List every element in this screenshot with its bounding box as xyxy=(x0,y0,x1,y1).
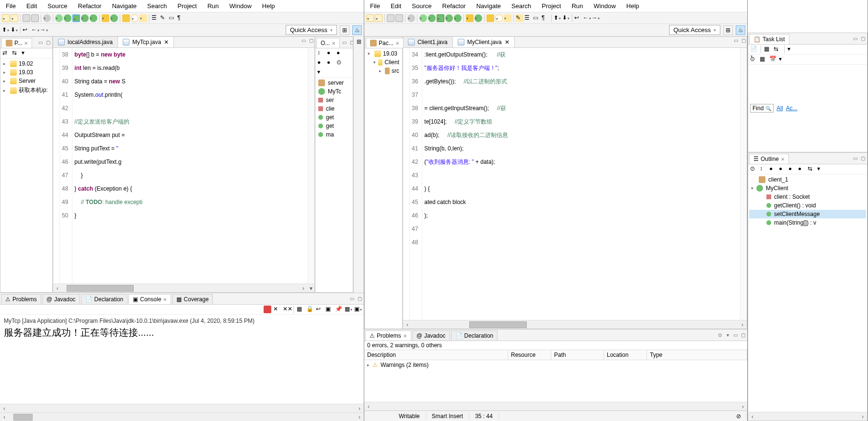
search-icon[interactable] xyxy=(495,14,503,22)
maximize-icon[interactable]: ▢ xyxy=(859,35,866,42)
outline-item[interactable]: setClientMessage xyxy=(749,210,866,218)
outline-item[interactable]: getClient() : void xyxy=(749,201,866,210)
coverage-icon[interactable] xyxy=(72,14,80,22)
forward-icon[interactable]: → xyxy=(40,26,47,34)
open-perspective-icon[interactable]: ⊞ xyxy=(340,25,349,35)
maximize-icon[interactable]: ▢ xyxy=(45,39,51,46)
tree-item[interactable]: ▸19.02 xyxy=(1,59,51,68)
hide-nonpublic-icon[interactable]: ● xyxy=(788,165,796,173)
outline-item[interactable]: get xyxy=(316,122,352,130)
quick-access-left[interactable]: Quick Access xyxy=(286,25,337,35)
menu-run[interactable]: Run xyxy=(570,1,585,11)
show-whitespace-icon[interactable]: ¶ xyxy=(542,14,549,22)
back-icon[interactable]: ← xyxy=(583,14,590,22)
console-body[interactable]: MyTcp [Java Application] C:\Program File… xyxy=(0,315,364,404)
outline-item[interactable]: server xyxy=(316,79,352,87)
tab-problems[interactable]: ⚠Problems✕ xyxy=(365,330,411,341)
menu-file[interactable]: File xyxy=(4,1,18,11)
search-icon[interactable] xyxy=(131,14,139,22)
tab-javadoc[interactable]: @Javadoc xyxy=(42,294,80,304)
close-icon[interactable]: ✕ xyxy=(164,39,169,46)
maximize-icon[interactable]: ▢ xyxy=(740,37,747,44)
menu-refactor[interactable]: Refactor xyxy=(76,1,104,11)
hscrollbar-left[interactable]: ‹›▾ xyxy=(53,284,314,292)
minimize-icon[interactable]: ▭ xyxy=(37,39,44,46)
clear-console-E-_icon[interactable]: ▦ xyxy=(297,306,304,313)
task-find-input[interactable]: Find xyxy=(750,104,774,113)
menu-source[interactable]: Source xyxy=(410,1,433,11)
outline-item[interactable]: main(String[]) : v xyxy=(749,218,866,227)
col-type[interactable]: Type xyxy=(647,350,747,360)
run-last-icon[interactable] xyxy=(445,14,453,22)
show-whitespace-icon[interactable]: ¶ xyxy=(177,14,185,22)
back-icon[interactable]: ← xyxy=(31,26,39,34)
show-console-icon[interactable]: ▣ xyxy=(325,306,333,313)
hide-icon[interactable]: ▦ xyxy=(760,56,767,63)
new-icon[interactable] xyxy=(2,14,10,22)
new-project-icon[interactable] xyxy=(11,14,18,22)
sort-icon[interactable]: ↕ xyxy=(317,49,325,57)
skip-breakpoints-icon[interactable] xyxy=(407,14,415,22)
tab-localaddress[interactable]: localAddress.java xyxy=(53,37,118,47)
view-menu-icon[interactable]: ▾ xyxy=(817,165,825,173)
tab-myclient[interactable]: MyClient.java ✕ xyxy=(453,37,515,47)
save-icon[interactable] xyxy=(387,14,394,22)
run-icon[interactable] xyxy=(64,14,71,22)
menu-help[interactable]: Help xyxy=(260,1,277,11)
word-wrap-icon[interactable]: ↩ xyxy=(316,306,324,313)
outline-tab[interactable]: O... ✕ xyxy=(316,38,340,48)
outline-item[interactable]: client : Socket xyxy=(749,193,866,201)
outline-item[interactable]: MyTc xyxy=(316,87,352,96)
forward-icon[interactable]: → xyxy=(591,14,599,22)
hscrollbar-right[interactable]: ‹› xyxy=(403,320,747,329)
view-menu-icon[interactable]: ▾ xyxy=(724,332,731,339)
quick-access-right[interactable]: Quick Access xyxy=(669,25,720,35)
close-icon[interactable]: ✕ xyxy=(395,41,399,46)
tab-declaration[interactable]: 📄Declaration xyxy=(451,330,498,341)
minimize-icon[interactable]: ▭ xyxy=(348,296,355,302)
close-icon[interactable]: ✕ xyxy=(403,333,407,339)
code-area-left[interactable]: 38394041424344454647484950 byte[] b = ne… xyxy=(53,48,314,284)
tab-problems[interactable]: ⚠Problems xyxy=(1,294,41,304)
col-resource[interactable]: Resource xyxy=(508,350,551,360)
view-menu-icon[interactable]: ▾ xyxy=(22,49,29,57)
tab-coverage[interactable]: ▦Coverage xyxy=(172,294,213,304)
hide-local-icon[interactable]: ● xyxy=(798,165,806,173)
menu-edit[interactable]: Edit xyxy=(24,1,39,11)
menu-help[interactable]: Help xyxy=(625,1,641,11)
menu-search[interactable]: Search xyxy=(509,1,533,11)
external-tools-icon[interactable] xyxy=(90,14,97,22)
remove-launch-icon[interactable]: ✕ xyxy=(273,306,281,313)
view-menu-icon[interactable]: ▾ xyxy=(779,56,787,63)
last-edit-icon[interactable]: ↩ xyxy=(574,14,582,22)
schedule-icon[interactable]: 📅 xyxy=(769,56,777,63)
close-icon[interactable]: ✕ xyxy=(781,157,785,162)
outline-item[interactable]: ser xyxy=(316,96,352,104)
collapse-icon[interactable]: ▾ xyxy=(787,46,795,53)
view-menu-icon[interactable]: ▾ xyxy=(317,68,325,76)
col-location[interactable]: Location xyxy=(604,350,647,360)
hscrollbar-problems[interactable]: ‹› xyxy=(364,402,747,410)
maximize-icon[interactable]: ▢ xyxy=(308,37,314,44)
maximize-icon[interactable]: ▢ xyxy=(740,332,746,339)
open-console-icon[interactable]: ▣ xyxy=(354,306,362,313)
tree-item[interactable]: ▸19.03 xyxy=(1,68,51,77)
col-path[interactable]: Path xyxy=(551,350,604,360)
open-type-icon[interactable] xyxy=(122,14,130,22)
new-task-icon[interactable]: 📄 xyxy=(750,46,758,53)
menu-project[interactable]: Project xyxy=(175,1,198,11)
open-perspective-icon[interactable]: ⊞ xyxy=(723,25,733,35)
minimize-icon[interactable]: ▭ xyxy=(300,37,307,44)
toggle-block-icon[interactable]: ▭ xyxy=(169,14,176,22)
new-class-icon[interactable] xyxy=(110,14,118,22)
pin-console-icon[interactable]: 📌 xyxy=(335,306,343,313)
outline-tab[interactable]: ☰ Outline ✕ xyxy=(749,154,789,164)
tree-item[interactable]: ▸src xyxy=(366,67,401,75)
save-all-icon[interactable] xyxy=(31,14,39,22)
java-perspective-icon[interactable]: ♨ xyxy=(736,25,745,35)
tree-item[interactable]: ▾Client xyxy=(366,58,401,67)
hide-fields-icon[interactable]: ● xyxy=(327,49,335,57)
outline-item[interactable]: client_1 xyxy=(749,175,866,184)
menu-refactor[interactable]: Refactor xyxy=(440,1,468,11)
skip-breakpoints-icon[interactable] xyxy=(43,14,51,22)
